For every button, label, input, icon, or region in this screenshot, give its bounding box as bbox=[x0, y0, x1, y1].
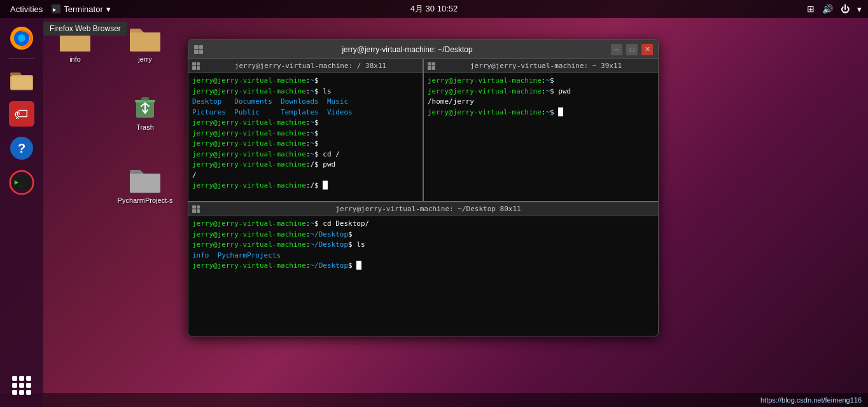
pane-bottom-content: jerry@jerry-virtual-machine:~$ cd Deskto… bbox=[188, 216, 658, 274]
topbar: Activities ▶ Terminator ▾ 4月 30 10:52 ⊞ … bbox=[0, 0, 868, 18]
files-icon bbox=[9, 67, 34, 92]
line-7: jerry@jerry-virtual-machine:~$ bbox=[192, 139, 419, 149]
line-8: jerry@jerry-virtual-machine:~$ cd / bbox=[192, 149, 419, 160]
b-line-3: jerry@jerry-virtual-machine:~/Desktop$ l… bbox=[192, 240, 654, 251]
pane-top-right-content: jerry@jerry-virtual-machine:~$ jerry@jer… bbox=[424, 73, 658, 120]
topbar-datetime: 4月 30 10:52 bbox=[410, 3, 458, 15]
terminal-window: jerry@jerry-virtual-machine: ~/Desktop ─… bbox=[188, 39, 659, 336]
info-folder-icon bbox=[60, 23, 90, 53]
desktop-icon-info[interactable]: info bbox=[46, 23, 104, 63]
apps-dots bbox=[12, 376, 31, 395]
b-line-4: info PycharmProjects bbox=[192, 251, 654, 261]
topbar-arrow[interactable]: ▾ bbox=[857, 4, 862, 14]
pane-top-left-content: jerry@jerry-virtual-machine:~$ jerry@jer… bbox=[188, 73, 423, 194]
terminal-panes-top: jerry@jerry-virtual-machine: / 38x11 jer… bbox=[188, 59, 658, 202]
terminal-pane-top-left[interactable]: jerry@jerry-virtual-machine: / 38x11 jer… bbox=[188, 59, 423, 201]
terminal-small-icon: ▶ bbox=[52, 4, 60, 13]
pane-top-right-titlebar: jerry@jerry-virtual-machine: ~ 39x11 bbox=[424, 59, 658, 73]
split-icon bbox=[193, 45, 204, 55]
activities-button[interactable]: Activities bbox=[6, 4, 46, 14]
dot-2 bbox=[19, 376, 24, 381]
svg-rect-18 bbox=[141, 97, 149, 100]
desktop-icon-pycharm[interactable]: PycharmProject-s bbox=[116, 164, 174, 204]
dot-9 bbox=[26, 390, 31, 395]
show-applications-button[interactable] bbox=[4, 370, 39, 401]
line-5: jerry@jerry-virtual-machine:~$ bbox=[192, 118, 419, 128]
b-line-2: jerry@jerry-virtual-machine:~/Desktop$ bbox=[192, 230, 654, 240]
terminal-title: jerry@jerry-virtual-machine: ~/Desktop bbox=[204, 45, 611, 54]
topbar-app: ▶ Terminator ▾ bbox=[52, 4, 110, 14]
line-2: jerry@jerry-virtual-machine:~$ ls bbox=[192, 86, 419, 97]
titlebar-controls: ─ □ ✕ bbox=[611, 44, 653, 55]
dot-1 bbox=[12, 376, 17, 381]
sidebar-divider-1 bbox=[9, 59, 34, 59]
svg-rect-15 bbox=[130, 32, 160, 52]
svg-point-4 bbox=[18, 34, 25, 42]
dot-5 bbox=[19, 383, 24, 388]
pane-bottom-title: jerry@jerry-virtual-machine: ~/Desktop 8… bbox=[202, 205, 654, 213]
terminal-icon: ▶_ bbox=[9, 170, 34, 195]
line-9: jerry@jerry-virtual-machine:/$ pwd bbox=[192, 160, 419, 170]
terminal-titlebar: jerry@jerry-virtual-machine: ~/Desktop ─… bbox=[188, 40, 658, 59]
sidebar: Firefox Web Browser 🏷 bbox=[0, 18, 43, 407]
desktop-icon-trash[interactable]: Trash bbox=[116, 91, 174, 131]
line-10: / bbox=[192, 170, 419, 181]
terminal-pane-bottom[interactable]: jerry@jerry-virtual-machine: ~/Desktop 8… bbox=[188, 202, 658, 336]
svg-text:?: ? bbox=[18, 141, 25, 155]
pane-top-left-titlebar: jerry@jerry-virtual-machine: / 38x11 bbox=[188, 59, 423, 73]
close-button[interactable]: ✕ bbox=[641, 44, 653, 55]
sidebar-item-files[interactable] bbox=[4, 64, 39, 95]
help-icon: ? bbox=[9, 135, 34, 161]
line-6: jerry@jerry-virtual-machine:~$ bbox=[192, 128, 419, 139]
pane-top-right-title: jerry@jerry-virtual-machine: ~ 39x11 bbox=[438, 62, 654, 70]
power-icon[interactable]: ⏻ bbox=[841, 4, 850, 14]
topbar-right: ⊞ 🔊 ⏻ ▾ bbox=[807, 4, 862, 14]
line-3: Desktop Documents Downloads Music bbox=[192, 97, 419, 107]
minimize-button[interactable]: ─ bbox=[611, 44, 622, 55]
jerry-label: jerry bbox=[138, 55, 151, 63]
svg-rect-6 bbox=[11, 76, 32, 89]
svg-text:▶_: ▶_ bbox=[15, 178, 24, 186]
b-line-5: jerry@jerry-virtual-machine:~/Desktop$ bbox=[192, 261, 654, 272]
sidebar-item-firefox[interactable] bbox=[4, 23, 39, 53]
info-label: info bbox=[69, 55, 81, 63]
dot-6 bbox=[26, 383, 31, 388]
dot-3 bbox=[26, 376, 31, 381]
network-icon[interactable]: ⊞ bbox=[807, 4, 815, 14]
r-line-3: /home/jerry bbox=[428, 97, 654, 107]
sidebar-item-help[interactable]: ? bbox=[4, 133, 39, 163]
sidebar-item-appstore[interactable]: 🏷 bbox=[4, 99, 39, 129]
titlebar-left bbox=[193, 45, 204, 55]
pycharm-label: PycharmProject-s bbox=[118, 197, 173, 204]
r-line-4: jerry@jerry-virtual-machine:~$ bbox=[428, 107, 654, 118]
pane-top-left-title: jerry@jerry-virtual-machine: / 38x11 bbox=[202, 62, 419, 70]
trash-label: Trash bbox=[136, 123, 154, 131]
maximize-button[interactable]: □ bbox=[626, 44, 638, 55]
desktop-icon-jerry[interactable]: jerry bbox=[116, 23, 174, 63]
svg-rect-19 bbox=[130, 174, 160, 193]
svg-text:▶: ▶ bbox=[53, 6, 57, 13]
r-line-2: jerry@jerry-virtual-machine:~$ pwd bbox=[428, 86, 654, 97]
jerry-folder-icon bbox=[130, 23, 160, 53]
svg-text:🏷: 🏷 bbox=[14, 106, 28, 122]
dot-7 bbox=[12, 390, 17, 395]
terminal-pane-top-right[interactable]: jerry@jerry-virtual-machine: ~ 39x11 jer… bbox=[424, 59, 658, 201]
pane-bottom-titlebar: jerry@jerry-virtual-machine: ~/Desktop 8… bbox=[188, 202, 658, 216]
svg-rect-14 bbox=[60, 32, 90, 52]
topbar-app-arrow[interactable]: ▾ bbox=[106, 4, 111, 14]
trash-icon bbox=[130, 91, 160, 121]
appstore-icon: 🏷 bbox=[9, 101, 34, 127]
topbar-app-name: Terminator bbox=[64, 4, 102, 14]
sidebar-item-terminal[interactable]: ▶_ bbox=[4, 167, 39, 198]
b-line-1: jerry@jerry-virtual-machine:~$ cd Deskto… bbox=[192, 219, 654, 230]
statusbar: https://blog.csdn.net/feimeng116 bbox=[0, 393, 868, 407]
apps-grid-icon bbox=[9, 373, 34, 398]
r-line-1: jerry@jerry-virtual-machine:~$ bbox=[428, 76, 654, 86]
sidebar-bottom bbox=[4, 370, 39, 407]
volume-icon[interactable]: 🔊 bbox=[822, 4, 833, 14]
dot-4 bbox=[12, 383, 17, 388]
line-1: jerry@jerry-virtual-machine:~$ bbox=[192, 76, 419, 86]
line-11: jerry@jerry-virtual-machine:/$ bbox=[192, 181, 419, 191]
line-4: Pictures Public Templates Videos bbox=[192, 107, 419, 118]
statusbar-url: https://blog.csdn.net/feimeng116 bbox=[760, 396, 862, 404]
